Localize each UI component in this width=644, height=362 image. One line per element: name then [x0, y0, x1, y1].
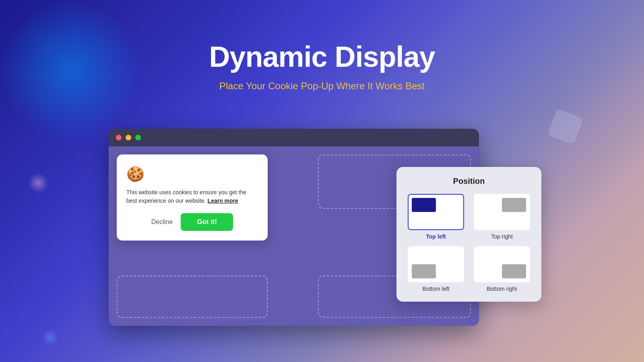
decline-button[interactable]: Decline — [151, 218, 173, 226]
cookie-text: This website uses cookies to ensure you … — [126, 188, 258, 205]
position-label-bottom-left: Bottom left — [423, 286, 450, 292]
position-label-top-right: Top right — [491, 233, 513, 240]
position-label-bottom-right: Bottom right — [487, 286, 517, 292]
browser-titlebar — [109, 129, 479, 146]
page-subtitle: Place Your Cookie Pop-Up Where It Works … — [0, 80, 644, 92]
dot-red[interactable] — [116, 135, 122, 140]
position-panel-title: Position — [406, 177, 532, 186]
learn-more-link[interactable]: Learn more — [208, 197, 238, 204]
dot-yellow[interactable] — [126, 135, 131, 140]
position-panel: Position Top left Top right Bottom left — [396, 167, 541, 302]
bg-blob-small1 — [28, 173, 48, 193]
position-option-top-right[interactable]: Top right — [472, 194, 532, 240]
position-preview-bottom-right — [474, 246, 530, 282]
bg-shape-top-right — [547, 109, 584, 145]
page-header: Dynamic Display Place Your Cookie Pop-Up… — [0, 0, 644, 92]
page-title: Dynamic Display — [0, 40, 644, 73]
gotit-button[interactable]: Got it! — [181, 213, 233, 231]
preview-block-top-left — [412, 198, 436, 212]
cookie-icon: 🍪 — [126, 166, 258, 183]
position-option-bottom-right[interactable]: Bottom right — [472, 246, 532, 292]
preview-block-bottom-left — [412, 264, 436, 278]
position-preview-bottom-left — [408, 246, 464, 282]
position-preview-top-left — [408, 194, 464, 230]
placeholder-bottom-left — [117, 276, 268, 318]
bg-blob-small2 — [42, 330, 58, 346]
preview-block-bottom-right — [502, 264, 526, 278]
cookie-actions: Decline Got it! — [126, 213, 258, 231]
position-option-top-left[interactable]: Top left — [406, 194, 466, 240]
position-preview-top-right — [474, 194, 530, 230]
dot-green[interactable] — [135, 135, 141, 140]
cookie-popup: 🍪 This website uses cookies to ensure yo… — [117, 154, 268, 241]
position-grid: Top left Top right Bottom left Bottom ri… — [406, 194, 532, 292]
position-label-top-left: Top left — [426, 233, 446, 240]
position-option-bottom-left[interactable]: Bottom left — [406, 246, 466, 292]
preview-block-top-right — [502, 198, 526, 212]
